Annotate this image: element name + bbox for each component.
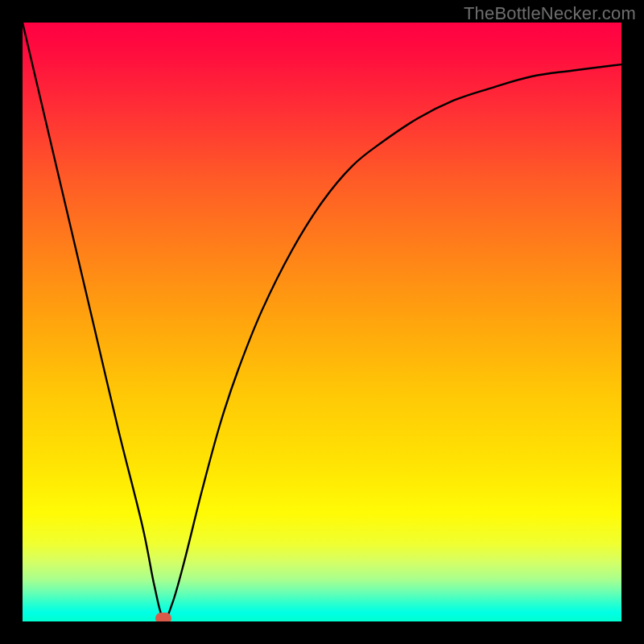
optimal-point-marker <box>155 613 171 621</box>
chart-frame: TheBottleNecker.com <box>0 0 644 644</box>
attribution-watermark: TheBottleNecker.com <box>464 3 636 24</box>
bottleneck-curve <box>23 23 621 621</box>
plot-area <box>23 23 621 621</box>
